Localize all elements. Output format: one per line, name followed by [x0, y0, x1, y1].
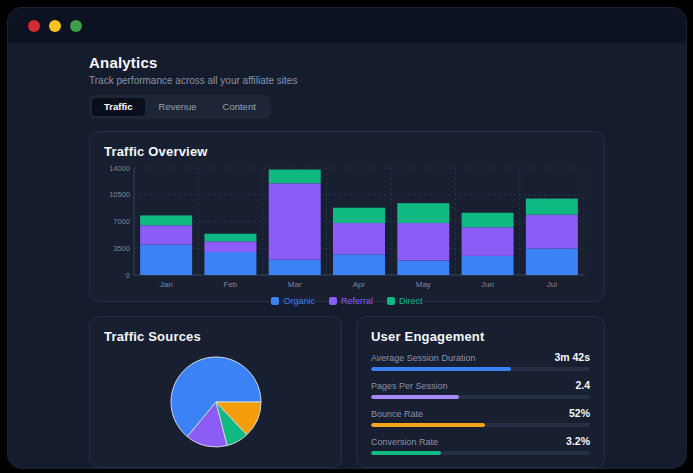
legend-swatch-organic [271, 297, 279, 305]
svg-text:0: 0 [126, 270, 130, 279]
metric-progress-fill [371, 395, 459, 399]
legend-item-organic[interactable]: Organic [271, 296, 315, 306]
metric-average-session-duration: Average Session Duration3m 42s [371, 352, 590, 371]
app-window: Analytics Track performance across all y… [8, 8, 686, 468]
traffic-overview-chart: 0350070001050014000JanFebMarAprMayJunJul… [104, 163, 590, 306]
bar-jan-referral [140, 225, 192, 244]
svg-text:3500: 3500 [113, 243, 130, 252]
bar-jun-direct [462, 212, 514, 227]
metric-progress-track [371, 367, 590, 371]
legend-swatch-referral [329, 297, 337, 305]
bar-mar-referral [269, 183, 321, 259]
metric-progress-fill [371, 367, 511, 371]
bar-jan-organic [140, 244, 192, 275]
metric-value: 2.4 [575, 380, 590, 391]
metric-progress-track [371, 451, 590, 455]
x-axis-label-jul: Jul [547, 280, 557, 289]
bar-jun-organic [462, 255, 514, 274]
bar-feb-direct [204, 233, 256, 241]
metric-label: Conversion Rate [371, 437, 438, 448]
metric-conversion-rate: Conversion Rate3.2% [371, 436, 590, 455]
x-axis-label-jun: Jun [481, 280, 494, 289]
window-content: Analytics Track performance across all y… [8, 43, 686, 468]
page-subtitle: Track performance across all your affili… [89, 75, 605, 86]
bar-feb-referral [204, 241, 256, 252]
bar-jun-referral [462, 227, 514, 256]
traffic-sources-card: Traffic Sources [89, 316, 342, 468]
traffic-overview-card: Traffic Overview 0350070001050014000JanF… [89, 131, 605, 302]
page-title: Analytics [89, 54, 605, 71]
user-engagement-title: User Engagement [371, 329, 590, 344]
traffic-sources-pie-chart [168, 354, 264, 450]
bar-jul-direct [526, 198, 578, 214]
metric-label: Bounce Rate [371, 409, 423, 420]
legend-item-referral[interactable]: Referral [329, 296, 373, 306]
metric-progress-track [371, 423, 590, 427]
bar-may-organic [397, 260, 449, 275]
traffic-overview-title: Traffic Overview [104, 144, 590, 159]
traffic-sources-title: Traffic Sources [104, 329, 327, 344]
bar-may-direct [397, 203, 449, 223]
metric-progress-track [371, 395, 590, 399]
close-window-button[interactable] [28, 20, 40, 32]
svg-text:10500: 10500 [109, 190, 130, 199]
bar-apr-referral [333, 223, 385, 254]
x-axis-label-may: May [416, 280, 431, 289]
bar-may-referral [397, 223, 449, 260]
tab-bar: TrafficRevenueContent [89, 95, 271, 119]
metric-label: Pages Per Session [371, 381, 448, 392]
engagement-metrics: Average Session Duration3m 42sPages Per … [371, 352, 590, 455]
svg-text:7000: 7000 [113, 217, 130, 226]
zoom-window-button[interactable] [70, 20, 82, 32]
chart-legend: OrganicReferralDirect [104, 296, 590, 306]
x-axis-label-apr: Apr [353, 280, 366, 289]
tab-content[interactable]: Content [211, 98, 268, 116]
bar-jul-organic [526, 248, 578, 274]
bar-mar-direct [269, 169, 321, 183]
x-axis-label-mar: Mar [288, 280, 302, 289]
stacked-bar-chart: 0350070001050014000JanFebMarAprMayJunJul [104, 163, 590, 291]
legend-label-direct: Direct [399, 296, 423, 306]
bar-apr-direct [333, 207, 385, 222]
metric-value: 3m 42s [554, 352, 590, 363]
legend-swatch-direct [387, 297, 395, 305]
bar-apr-organic [333, 254, 385, 275]
x-axis-label-feb: Feb [224, 280, 238, 289]
tab-traffic[interactable]: Traffic [92, 98, 145, 116]
metric-progress-fill [371, 423, 485, 427]
bar-mar-organic [269, 259, 321, 274]
bar-jan-direct [140, 215, 192, 225]
metric-pages-per-session: Pages Per Session2.4 [371, 380, 590, 399]
x-axis-label-jan: Jan [160, 280, 173, 289]
legend-label-referral: Referral [341, 296, 373, 306]
metric-value: 52% [569, 408, 590, 419]
bar-feb-organic [204, 252, 256, 275]
metric-value: 3.2% [566, 436, 590, 447]
bar-jul-referral [526, 214, 578, 248]
metric-label: Average Session Duration [371, 353, 475, 364]
legend-label-organic: Organic [283, 296, 315, 306]
tab-revenue[interactable]: Revenue [147, 98, 209, 116]
svg-text:14000: 14000 [109, 163, 130, 172]
metric-progress-fill [371, 451, 441, 455]
window-titlebar [8, 8, 686, 43]
legend-item-direct[interactable]: Direct [387, 296, 423, 306]
user-engagement-card: User Engagement Average Session Duration… [356, 316, 605, 468]
metric-bounce-rate: Bounce Rate52% [371, 408, 590, 427]
minimize-window-button[interactable] [49, 20, 61, 32]
